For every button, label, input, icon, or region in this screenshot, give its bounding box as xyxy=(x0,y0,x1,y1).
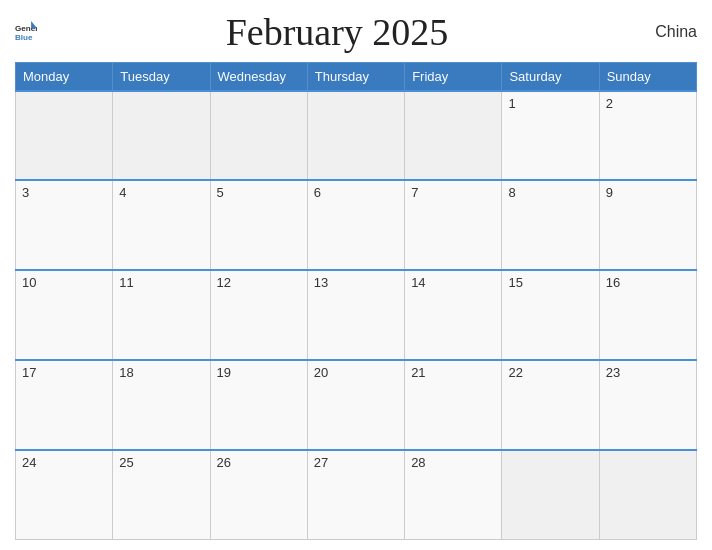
svg-text:Blue: Blue xyxy=(15,33,33,42)
header-friday: Friday xyxy=(405,63,502,91)
day-number: 11 xyxy=(119,275,133,290)
calendar-cell-w4-d4: 20 xyxy=(307,360,404,450)
calendar-cell-w1-d3 xyxy=(210,91,307,181)
calendar-cell-w4-d2: 18 xyxy=(113,360,210,450)
day-number: 20 xyxy=(314,365,328,380)
calendar-cell-w4-d6: 22 xyxy=(502,360,599,450)
week-row-4: 17181920212223 xyxy=(16,360,697,450)
calendar-body: 1234567891011121314151617181920212223242… xyxy=(16,91,697,540)
calendar-cell-w4-d5: 21 xyxy=(405,360,502,450)
calendar-cell-w3-d2: 11 xyxy=(113,270,210,360)
weekday-header-row: Monday Tuesday Wednesday Thursday Friday… xyxy=(16,63,697,91)
calendar-cell-w3-d6: 15 xyxy=(502,270,599,360)
calendar-cell-w4-d1: 17 xyxy=(16,360,113,450)
calendar-cell-w2-d7: 9 xyxy=(599,180,696,270)
day-number: 22 xyxy=(508,365,522,380)
day-number: 2 xyxy=(606,96,613,111)
month-title: February 2025 xyxy=(37,10,637,54)
calendar-cell-w2-d2: 4 xyxy=(113,180,210,270)
day-number: 14 xyxy=(411,275,425,290)
calendar-cell-w3-d1: 10 xyxy=(16,270,113,360)
header-saturday: Saturday xyxy=(502,63,599,91)
header: General Blue February 2025 China xyxy=(15,10,697,54)
header-thursday: Thursday xyxy=(307,63,404,91)
day-number: 17 xyxy=(22,365,36,380)
day-number: 28 xyxy=(411,455,425,470)
week-row-3: 10111213141516 xyxy=(16,270,697,360)
day-number: 24 xyxy=(22,455,36,470)
calendar-cell-w4-d3: 19 xyxy=(210,360,307,450)
calendar-cell-w5-d5: 28 xyxy=(405,450,502,540)
day-number: 19 xyxy=(217,365,231,380)
logo: General Blue xyxy=(15,21,37,43)
calendar-cell-w5-d6 xyxy=(502,450,599,540)
calendar-cell-w5-d4: 27 xyxy=(307,450,404,540)
calendar-cell-w2-d4: 6 xyxy=(307,180,404,270)
day-number: 27 xyxy=(314,455,328,470)
calendar-cell-w1-d5 xyxy=(405,91,502,181)
calendar-cell-w5-d1: 24 xyxy=(16,450,113,540)
calendar-cell-w2-d3: 5 xyxy=(210,180,307,270)
calendar-cell-w3-d3: 12 xyxy=(210,270,307,360)
day-number: 3 xyxy=(22,185,29,200)
header-monday: Monday xyxy=(16,63,113,91)
day-number: 6 xyxy=(314,185,321,200)
calendar-cell-w2-d6: 8 xyxy=(502,180,599,270)
header-wednesday: Wednesday xyxy=(210,63,307,91)
calendar-table: Monday Tuesday Wednesday Thursday Friday… xyxy=(15,62,697,540)
calendar-cell-w1-d2 xyxy=(113,91,210,181)
calendar-cell-w1-d1 xyxy=(16,91,113,181)
calendar-cell-w5-d2: 25 xyxy=(113,450,210,540)
calendar-cell-w1-d6: 1 xyxy=(502,91,599,181)
day-number: 1 xyxy=(508,96,515,111)
calendar-cell-w5-d7 xyxy=(599,450,696,540)
day-number: 12 xyxy=(217,275,231,290)
day-number: 23 xyxy=(606,365,620,380)
day-number: 5 xyxy=(217,185,224,200)
calendar-cell-w3-d5: 14 xyxy=(405,270,502,360)
day-number: 21 xyxy=(411,365,425,380)
week-row-1: 12 xyxy=(16,91,697,181)
calendar-cell-w1-d7: 2 xyxy=(599,91,696,181)
day-number: 18 xyxy=(119,365,133,380)
day-number: 26 xyxy=(217,455,231,470)
week-row-2: 3456789 xyxy=(16,180,697,270)
country-label: China xyxy=(637,23,697,41)
calendar-cell-w3-d7: 16 xyxy=(599,270,696,360)
header-sunday: Sunday xyxy=(599,63,696,91)
day-number: 8 xyxy=(508,185,515,200)
day-number: 9 xyxy=(606,185,613,200)
header-tuesday: Tuesday xyxy=(113,63,210,91)
day-number: 13 xyxy=(314,275,328,290)
day-number: 10 xyxy=(22,275,36,290)
day-number: 15 xyxy=(508,275,522,290)
calendar-page: General Blue February 2025 China Monday … xyxy=(0,0,712,550)
calendar-cell-w1-d4 xyxy=(307,91,404,181)
day-number: 16 xyxy=(606,275,620,290)
calendar-cell-w2-d5: 7 xyxy=(405,180,502,270)
calendar-cell-w5-d3: 26 xyxy=(210,450,307,540)
week-row-5: 2425262728 xyxy=(16,450,697,540)
day-number: 25 xyxy=(119,455,133,470)
calendar-cell-w2-d1: 3 xyxy=(16,180,113,270)
logo-icon: General Blue xyxy=(15,21,37,43)
day-number: 7 xyxy=(411,185,418,200)
calendar-cell-w3-d4: 13 xyxy=(307,270,404,360)
calendar-cell-w4-d7: 23 xyxy=(599,360,696,450)
day-number: 4 xyxy=(119,185,126,200)
